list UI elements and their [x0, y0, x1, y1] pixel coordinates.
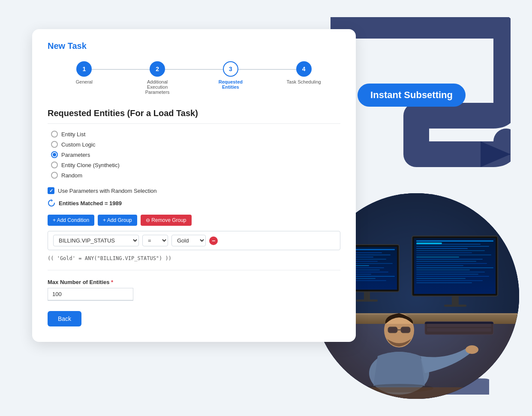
svg-rect-21	[356, 299, 378, 302]
svg-rect-42	[416, 280, 483, 281]
step-3-circle[interactable]: 3	[223, 61, 238, 77]
step-3-label: Requested Entities	[211, 79, 250, 90]
step-2: 2 Additional Execution Parameters	[121, 61, 194, 95]
remove-group-button[interactable]: ⊖ Remove Group	[141, 215, 192, 226]
radio-custom-logic-circle	[51, 141, 58, 148]
svg-rect-39	[416, 274, 478, 275]
step-4-label: Task Scheduling	[287, 79, 321, 84]
task-card: New Task 1 General 2 Additional Executio…	[32, 29, 356, 342]
add-group-button[interactable]: + Add Group	[98, 215, 137, 226]
svg-rect-31	[416, 257, 459, 257]
radio-entity-list-label: Entity List	[61, 131, 85, 138]
svg-rect-28	[416, 250, 485, 251]
max-entities-input[interactable]	[48, 288, 133, 301]
step-1: 1 General	[48, 61, 121, 84]
radio-entity-list-circle	[51, 131, 58, 138]
svg-rect-20	[364, 292, 370, 300]
svg-rect-26	[416, 246, 489, 247]
step-4-circle[interactable]: 4	[296, 61, 312, 77]
radio-parameters-label: Parameters	[61, 152, 90, 158]
svg-rect-45	[452, 296, 459, 305]
add-condition-button[interactable]: + Add Condition	[48, 215, 94, 226]
card-title: New Task	[48, 41, 340, 51]
radio-random-label: Random	[61, 172, 82, 179]
svg-rect-62	[313, 387, 519, 399]
radio-group: Entity List Custom Logic Parameters Enti…	[48, 131, 340, 179]
condition-toolbar: + Add Condition + Add Group ⊖ Remove Gro…	[48, 215, 340, 226]
use-params-checkbox-row[interactable]: Use Parameters with Random Selection	[48, 187, 340, 194]
step-1-circle[interactable]: 1	[76, 61, 92, 77]
expression-text: (( 'Gold' = ANY("BILLING.VIP_STATUS") ))	[48, 255, 340, 261]
entities-matched-row: Entities Matched = 1989	[48, 199, 340, 207]
svg-rect-46	[444, 305, 466, 307]
section-title: Requested Entities (For a Load Task)	[48, 108, 340, 124]
radio-entity-list[interactable]: Entity List	[51, 131, 340, 138]
svg-rect-37	[416, 269, 470, 270]
remove-condition-button[interactable]: −	[209, 236, 218, 245]
svg-rect-32	[416, 259, 483, 260]
condition-value-select[interactable]: Gold	[171, 235, 206, 246]
step-1-label: General	[76, 79, 93, 84]
step-3: 3 Requested Entities	[194, 61, 268, 90]
radio-parameters-circle	[51, 151, 58, 158]
required-marker: *	[111, 279, 113, 285]
stepper: 1 General 2 Additional Execution Paramet…	[48, 61, 340, 95]
svg-rect-40	[416, 276, 489, 277]
svg-rect-29	[416, 252, 472, 253]
svg-rect-44	[416, 242, 442, 244]
radio-entity-clone-circle	[51, 162, 58, 168]
instant-subsetting-badge: Instant Subsetting	[358, 84, 466, 107]
max-entities-label: Max Number of Entities *	[48, 279, 340, 285]
svg-rect-38	[416, 272, 485, 272]
radio-custom-logic-label: Custom Logic	[61, 141, 95, 148]
step-4: 4 Task Scheduling	[267, 61, 340, 84]
svg-rect-43	[416, 282, 472, 283]
back-button[interactable]: Back	[48, 311, 81, 326]
svg-rect-27	[416, 248, 468, 249]
svg-rect-30	[416, 254, 491, 255]
divider	[48, 270, 340, 270]
radio-custom-logic[interactable]: Custom Logic	[51, 141, 340, 148]
step-2-circle[interactable]: 2	[150, 61, 165, 77]
svg-rect-33	[416, 261, 476, 262]
step-2-label: Additional Execution Parameters	[138, 79, 177, 95]
condition-row: BILLING.VIP_STATUS = Gold −	[48, 231, 340, 250]
use-params-checkbox[interactable]	[48, 187, 54, 194]
radio-parameters[interactable]: Parameters	[51, 151, 340, 158]
radio-random[interactable]: Random	[51, 172, 340, 179]
condition-field-select[interactable]: BILLING.VIP_STATUS	[53, 235, 139, 246]
svg-rect-35	[416, 265, 463, 266]
svg-rect-36	[416, 267, 493, 268]
svg-rect-41	[416, 278, 466, 279]
radio-entity-clone[interactable]: Entity Clone (Synthetic)	[51, 162, 340, 168]
condition-operator-select[interactable]: =	[142, 235, 168, 246]
refresh-icon	[48, 199, 55, 207]
svg-rect-24	[416, 240, 493, 242]
entities-matched-label: Entities Matched = 1989	[59, 200, 122, 207]
use-params-label: Use Parameters with Random Selection	[58, 188, 157, 194]
svg-rect-34	[416, 263, 487, 264]
radio-random-circle	[51, 172, 58, 179]
radio-entity-clone-label: Entity Clone (Synthetic)	[61, 162, 120, 168]
